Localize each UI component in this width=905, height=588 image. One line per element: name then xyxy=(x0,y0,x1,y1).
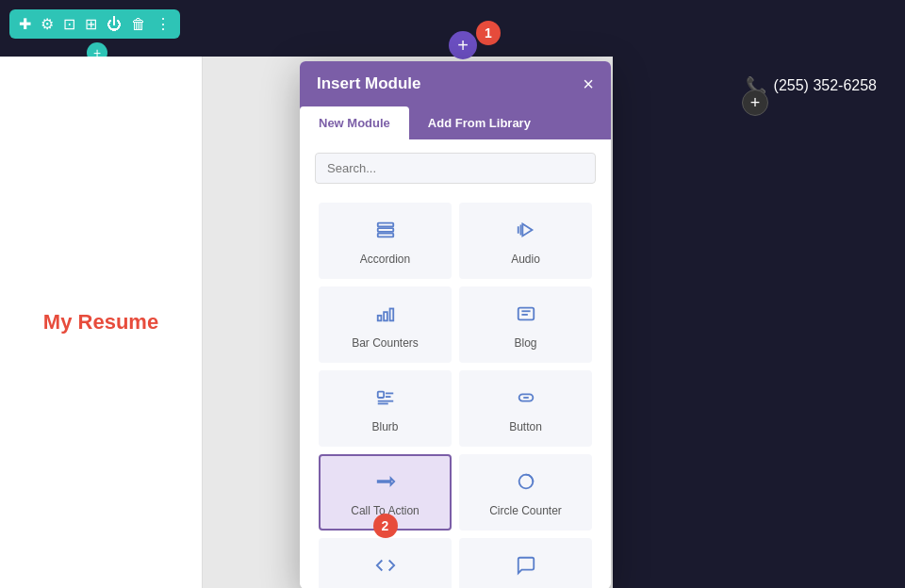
delete-tool-icon[interactable]: 🗑 xyxy=(131,16,146,33)
module-label-button: Button xyxy=(509,420,542,433)
module-item-audio[interactable]: Audio xyxy=(459,203,592,279)
modal-title: Insert Module xyxy=(317,74,421,93)
module-item-accordion[interactable]: Accordion xyxy=(319,203,452,279)
module-item-circle-counter[interactable]: Circle Counter xyxy=(459,454,592,531)
module-item-blog[interactable]: Blog xyxy=(459,286,592,363)
code-icon xyxy=(375,555,396,580)
svg-rect-7 xyxy=(384,312,387,320)
svg-rect-8 xyxy=(389,309,393,321)
call-to-action-icon xyxy=(375,471,396,497)
svg-rect-1 xyxy=(377,228,393,232)
module-item-bar-counters[interactable]: Bar Counters xyxy=(319,286,452,363)
blog-icon xyxy=(516,303,536,329)
resume-text: My Resume xyxy=(43,310,158,335)
svg-marker-3 xyxy=(522,224,532,237)
insert-module-modal: Insert Module × New Module Add From Libr… xyxy=(300,61,611,588)
module-item-button[interactable]: Button xyxy=(459,370,592,447)
circle-counter-icon xyxy=(516,471,536,497)
phone-number: (255) 352-6258 xyxy=(774,77,877,94)
search-input[interactable] xyxy=(315,153,596,184)
right-column: 📞 (255) 352-6258 xyxy=(613,57,905,588)
modal-header: Insert Module × xyxy=(300,61,611,106)
add-tool-icon[interactable]: ✚ xyxy=(19,15,31,33)
toolbar-panel: ✚ ⚙ ⊡ ⊞ ⏻ 🗑 ⋮ xyxy=(9,9,180,39)
module-label-blurb: Blurb xyxy=(371,420,398,433)
modal-close-button[interactable]: × xyxy=(583,74,594,93)
tab-add-from-library[interactable]: Add From Library xyxy=(409,106,550,139)
power-tool-icon[interactable]: ⏻ xyxy=(107,16,122,33)
accordion-icon xyxy=(375,220,396,245)
module-label-circle-counter: Circle Counter xyxy=(489,504,562,517)
module-label-audio: Audio xyxy=(511,253,540,266)
module-label-blog: Blog xyxy=(514,336,536,350)
tab-new-module[interactable]: New Module xyxy=(300,106,409,139)
left-column: My Resume xyxy=(0,57,203,588)
module-item-blurb[interactable]: Blurb xyxy=(319,370,452,447)
module-label-bar-counters: Bar Counters xyxy=(352,336,419,350)
grid-tool-icon[interactable]: ⊞ xyxy=(85,15,97,33)
phone-area: 📞 (255) 352-6258 xyxy=(746,75,877,96)
badge-1: 1 xyxy=(476,21,501,45)
more-tool-icon[interactable]: ⋮ xyxy=(156,15,171,33)
badge-2: 2 xyxy=(373,514,398,538)
svg-rect-0 xyxy=(377,223,393,227)
module-item-comments[interactable]: Comments xyxy=(459,538,592,588)
add-button-right[interactable]: + xyxy=(742,90,768,116)
blurb-icon xyxy=(375,387,396,413)
svg-rect-2 xyxy=(377,234,393,237)
svg-rect-6 xyxy=(377,316,381,321)
bar-counters-icon xyxy=(375,303,396,329)
module-label-accordion: Accordion xyxy=(360,253,410,266)
comments-icon xyxy=(516,555,536,580)
module-grid: AccordionAudioBar CountersBlogBlurbButto… xyxy=(300,193,611,588)
module-item-call-to-action[interactable]: Call To Action2 xyxy=(319,454,452,531)
add-button-modal[interactable]: + xyxy=(449,31,477,59)
audio-icon xyxy=(516,220,536,245)
button-icon xyxy=(516,387,536,413)
modal-tabs: New Module Add From Library xyxy=(300,106,611,139)
layout-tool-icon[interactable]: ⊡ xyxy=(63,15,75,33)
module-item-code[interactable]: Code xyxy=(319,538,452,588)
settings-tool-icon[interactable]: ⚙ xyxy=(41,15,54,33)
modal-search-area xyxy=(300,139,611,193)
svg-rect-12 xyxy=(377,392,383,398)
